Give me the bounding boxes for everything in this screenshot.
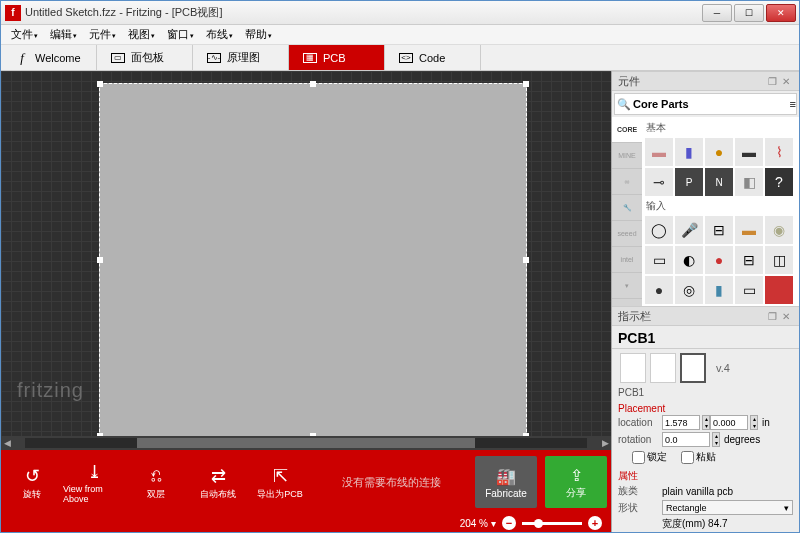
part-mic[interactable]: 🎤 bbox=[675, 216, 703, 244]
tab-welcome[interactable]: fWelcome bbox=[1, 45, 97, 70]
spinner[interactable]: ▴▾ bbox=[750, 415, 758, 430]
sticky-checkbox[interactable]: 粘贴 bbox=[681, 450, 716, 464]
part-relay[interactable]: ▭ bbox=[645, 246, 673, 274]
part-slide[interactable]: ⊟ bbox=[735, 246, 763, 274]
share-icon: ⇪ bbox=[570, 464, 583, 486]
rotation-label: rotation bbox=[618, 434, 662, 445]
code-icon: <> bbox=[399, 53, 413, 63]
menu-parts[interactable]: 元件▾ bbox=[83, 25, 122, 44]
menu-view[interactable]: 视图▾ bbox=[122, 25, 161, 44]
resize-handle[interactable] bbox=[523, 433, 529, 436]
scroll-left-icon[interactable]: ◀ bbox=[1, 438, 13, 448]
autoroute-button[interactable]: ⇄自动布线 bbox=[187, 450, 249, 514]
resize-handle[interactable] bbox=[97, 433, 103, 436]
view-from-icon: ⤓ bbox=[87, 460, 102, 484]
part-speaker[interactable]: ◯ bbox=[645, 216, 673, 244]
cat-arduino[interactable]: ∞ bbox=[612, 169, 642, 195]
menu-help[interactable]: 帮助▾ bbox=[239, 25, 278, 44]
menu-file[interactable]: 文件▾ bbox=[5, 25, 44, 44]
part-mystery[interactable]: ? bbox=[765, 168, 793, 196]
resize-handle[interactable] bbox=[523, 81, 529, 87]
panel-restore-icon[interactable]: ❐ bbox=[765, 311, 779, 322]
menu-route[interactable]: 布线▾ bbox=[200, 25, 239, 44]
part-crystal[interactable]: ◧ bbox=[735, 168, 763, 196]
menu-window[interactable]: 窗口▾ bbox=[161, 25, 200, 44]
scroll-right-icon[interactable]: ▶ bbox=[599, 438, 611, 448]
part-ic[interactable]: ▬ bbox=[735, 138, 763, 166]
pcb-board[interactable] bbox=[99, 83, 527, 436]
menu-edit[interactable]: 编辑▾ bbox=[44, 25, 83, 44]
lock-checkbox[interactable]: 锁定 bbox=[632, 450, 667, 464]
tab-pcb[interactable]: ▦PCB bbox=[289, 45, 385, 70]
width-value: 宽度(mm) 84.7 bbox=[662, 517, 728, 531]
panel-restore-icon[interactable]: ❐ bbox=[765, 76, 779, 87]
tab-breadboard[interactable]: ▭面包板 bbox=[97, 45, 193, 70]
panel-close-icon[interactable]: ✕ bbox=[779, 311, 793, 322]
rotate-button[interactable]: ↺旋转 bbox=[1, 450, 63, 514]
part-thumb-3[interactable] bbox=[680, 353, 706, 383]
cat-more[interactable]: ▾ bbox=[612, 273, 642, 299]
part-resistor[interactable]: ▬ bbox=[645, 138, 673, 166]
rotation-input[interactable]: 0.0 bbox=[662, 432, 710, 447]
zoom-out-button[interactable]: − bbox=[502, 516, 516, 530]
part-electrolytic[interactable]: ● bbox=[705, 138, 733, 166]
rotate-icon: ↺ bbox=[25, 464, 40, 488]
parts-bin-title: Core Parts bbox=[633, 98, 790, 110]
resize-handle[interactable] bbox=[97, 257, 103, 263]
part-encoder[interactable]: ◉ bbox=[765, 216, 793, 244]
part-subtitle: PCB1 bbox=[612, 387, 799, 400]
resize-handle[interactable] bbox=[523, 257, 529, 263]
part-pot[interactable]: ◐ bbox=[675, 246, 703, 274]
tab-code[interactable]: <>Code bbox=[385, 45, 481, 70]
horizontal-scrollbar[interactable]: ◀ ▶ bbox=[1, 436, 611, 450]
window-title: Untitled Sketch.fzz - Fritzing - [PCB视图] bbox=[25, 5, 700, 20]
share-button[interactable]: ⇪分享 bbox=[545, 456, 607, 508]
part-piezo[interactable]: ● bbox=[645, 276, 673, 304]
pcb-canvas[interactable]: fritzing bbox=[1, 71, 611, 436]
cat-seeed[interactable]: seeed bbox=[612, 221, 642, 247]
view-from-button[interactable]: ⤓View from Above bbox=[63, 450, 125, 514]
resize-handle[interactable] bbox=[310, 433, 316, 436]
shape-select[interactable]: Rectangle▾ bbox=[662, 500, 793, 515]
parts-panel-header: 元件 ❐ ✕ bbox=[612, 71, 799, 91]
scroll-thumb[interactable] bbox=[137, 438, 474, 448]
part-photo[interactable]: ◎ bbox=[675, 276, 703, 304]
part-header[interactable]: ▬ bbox=[735, 216, 763, 244]
parts-menu-icon[interactable]: ≡ bbox=[790, 98, 796, 110]
location-x-input[interactable]: 1.578 bbox=[662, 415, 700, 430]
part-temp[interactable]: ▮ bbox=[705, 276, 733, 304]
part-capacitor[interactable]: ▮ bbox=[675, 138, 703, 166]
part-transistor-p[interactable]: P bbox=[675, 168, 703, 196]
search-icon[interactable]: 🔍 bbox=[615, 98, 633, 111]
location-y-input[interactable]: 0.000 bbox=[710, 415, 748, 430]
part-tilt[interactable]: ◫ bbox=[765, 246, 793, 274]
close-button[interactable]: ✕ bbox=[766, 4, 796, 22]
part-switch[interactable]: ⊟ bbox=[705, 216, 733, 244]
tab-schematic[interactable]: -∿-原理图 bbox=[193, 45, 289, 70]
spinner[interactable]: ▴▾ bbox=[712, 432, 720, 447]
part-inductor[interactable]: ⌇ bbox=[765, 138, 793, 166]
part-button[interactable]: ● bbox=[705, 246, 733, 274]
spinner[interactable]: ▴▾ bbox=[702, 415, 710, 430]
part-board[interactable] bbox=[765, 276, 793, 304]
zoom-in-button[interactable]: + bbox=[588, 516, 602, 530]
maximize-button[interactable]: ☐ bbox=[734, 4, 764, 22]
minimize-button[interactable]: ─ bbox=[702, 4, 732, 22]
resize-handle[interactable] bbox=[310, 81, 316, 87]
panel-close-icon[interactable]: ✕ bbox=[779, 76, 793, 87]
export-button[interactable]: ⇱导出为PCB bbox=[249, 450, 311, 514]
part-rfid[interactable]: ▭ bbox=[735, 276, 763, 304]
zoom-thumb[interactable] bbox=[534, 519, 543, 528]
fabricate-button[interactable]: 🏭Fabricate bbox=[475, 456, 537, 508]
cat-core[interactable]: CORE bbox=[612, 117, 642, 143]
part-transistor-n[interactable]: N bbox=[705, 168, 733, 196]
part-thumb-1[interactable] bbox=[620, 353, 646, 383]
cat-mine[interactable]: MINE bbox=[612, 143, 642, 169]
resize-handle[interactable] bbox=[97, 81, 103, 87]
part-thumb-2[interactable] bbox=[650, 353, 676, 383]
cat-intel[interactable]: intel bbox=[612, 247, 642, 273]
zoom-slider[interactable] bbox=[522, 522, 582, 525]
cat-tools[interactable]: 🔧 bbox=[612, 195, 642, 221]
part-diode[interactable]: ⊸ bbox=[645, 168, 673, 196]
layers-button[interactable]: ⎌双层 bbox=[125, 450, 187, 514]
